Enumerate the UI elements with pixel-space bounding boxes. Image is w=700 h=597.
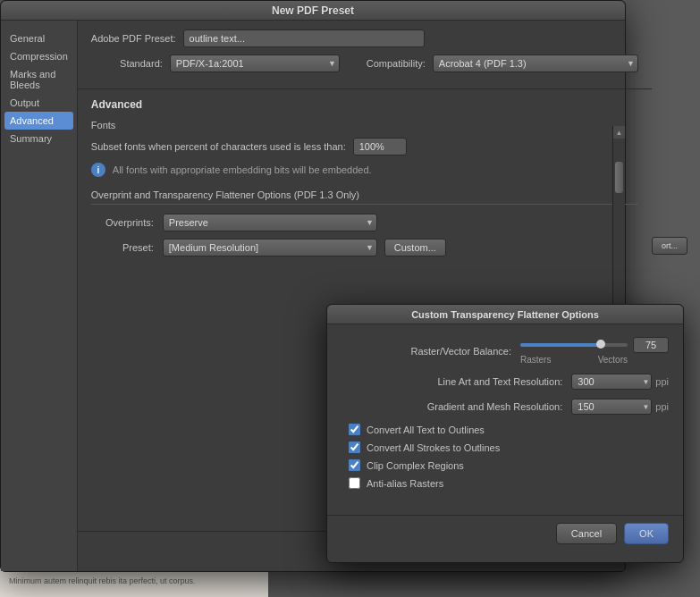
checkbox-convert-text-label: Convert All Text to Outlines [367, 425, 485, 435]
checkbox-clip-complex-input[interactable] [349, 459, 360, 471]
scrollbar-up-btn[interactable]: ▲ [613, 126, 625, 139]
checkbox-anti-alias: Anti-alias Rasters [349, 477, 669, 489]
top-fields: Adobe PDF Preset: Standard: PDF/X-1a:200… [78, 21, 652, 89]
sidebar-item-advanced[interactable]: Advanced [4, 112, 73, 130]
custom-dialog-titlebar: Custom Transparency Flattener Options [327, 305, 683, 324]
line-art-label: Line Art and Text Resolution: [342, 376, 562, 387]
custom-flattener-dialog: Custom Transparency Flattener Options Ra… [326, 304, 684, 563]
sidebar-item-compression[interactable]: Compression [1, 47, 77, 65]
slider-area: Rasters Vectors [520, 337, 669, 365]
preset-input[interactable] [183, 29, 425, 47]
standard-row: Standard: PDF/X-1a:2001 ▼ Compatibility:… [91, 55, 638, 72]
subset-input[interactable] [353, 138, 407, 156]
preset-label-2: Preset: [91, 242, 154, 253]
checkbox-clip-complex: Clip Complex Regions [349, 459, 669, 471]
raster-vector-label: Raster/Vector Balance: [342, 346, 511, 357]
preset-label: Adobe PDF Preset: [91, 33, 176, 44]
sidebar-item-general[interactable]: General [1, 29, 77, 47]
preset-row-2: Preset: [Medium Resolution] [High Resolu… [91, 239, 638, 256]
compatibility-select-wrap: Acrobat 4 (PDF 1.3) ▼ [433, 55, 638, 72]
custom-dialog-cancel[interactable]: Cancel [556, 523, 617, 544]
checkbox-clip-complex-label: Clip Complex Regions [367, 460, 464, 471]
overprints-select-wrap: Preserve Discard Simulate ▼ [163, 214, 377, 231]
overprint-section: Overprint and Transparency Flattener Opt… [91, 189, 638, 256]
standard-select[interactable]: PDF/X-1a:2001 [170, 55, 340, 72]
raster-vector-row: Raster/Vector Balance: Rasters Vectors [342, 337, 669, 365]
checkbox-convert-strokes: Convert All Strokes to Outlines [349, 441, 669, 453]
sidebar-item-summary[interactable]: Summary [1, 130, 77, 147]
embed-info-row: i All fonts with appropriate embedding b… [91, 163, 638, 177]
raster-vector-slider[interactable] [520, 343, 628, 347]
line-art-row: Line Art and Text Resolution: 300 600 12… [342, 374, 669, 390]
subset-row: Subset fonts when percent of characters … [91, 138, 638, 156]
gradient-unit: ppi [655, 401, 669, 412]
slider-track [520, 343, 601, 347]
checkbox-convert-text: Convert All Text to Outlines [349, 424, 669, 435]
overprint-title: Overprint and Transparency Flattener Opt… [91, 189, 638, 205]
checkbox-convert-text-input[interactable] [349, 424, 360, 435]
preset-select[interactable]: [Medium Resolution] [High Resolution] [L… [163, 239, 377, 256]
subset-label: Subset fonts when percent of characters … [91, 141, 346, 152]
custom-dialog-content: Raster/Vector Balance: Rasters Vectors L… [327, 324, 683, 508]
compatibility-label: Compatibility: [354, 58, 426, 69]
gradient-select[interactable]: 150 300 [571, 399, 652, 415]
sidebar-item-marks-bleeds[interactable]: Marks and Bleeds [1, 65, 77, 94]
gradient-row: Gradient and Mesh Resolution: 150 300 ▼ … [342, 399, 669, 415]
preset-select-wrap: [Medium Resolution] [High Resolution] [L… [163, 239, 377, 256]
overprints-row: Overprints: Preserve Discard Simulate ▼ [91, 214, 638, 231]
embed-info-text: All fonts with appropriate embedding bit… [113, 164, 372, 175]
sidebar: General Compression Marks and Bleeds Out… [1, 21, 78, 571]
vectors-label: Vectors [598, 355, 628, 365]
fonts-title: Fonts [91, 120, 638, 130]
line-art-unit: ppi [655, 376, 669, 387]
scrollbar-thumb[interactable] [615, 162, 623, 193]
title-bar: New PDF Preset [1, 1, 625, 21]
sidebar-item-output[interactable]: Output [1, 94, 77, 112]
slider-thumb[interactable] [596, 340, 605, 349]
overprints-select[interactable]: Preserve Discard Simulate [163, 214, 377, 231]
custom-button[interactable]: Custom... [384, 239, 446, 256]
custom-dialog-ok[interactable]: OK [624, 523, 669, 544]
custom-dialog-buttons: Cancel OK [327, 515, 683, 551]
compatibility-select[interactable]: Acrobat 4 (PDF 1.3) [433, 55, 638, 72]
standard-label: Standard: [91, 58, 163, 69]
export-button[interactable]: ort... [652, 237, 687, 255]
checkbox-convert-strokes-label: Convert All Strokes to Outlines [367, 442, 500, 453]
bg-text-5: Minimum autem relinquit rebis ita perfec… [0, 572, 268, 591]
custom-dialog-title: Custom Transparency Flattener Options [411, 309, 599, 320]
dialog-title: New PDF Preset [272, 4, 354, 17]
standard-select-wrap: PDF/X-1a:2001 ▼ [170, 55, 340, 72]
checkbox-anti-alias-input[interactable] [349, 477, 360, 489]
gradient-select-wrap: 150 300 ▼ [571, 399, 652, 415]
preset-row: Adobe PDF Preset: [91, 29, 638, 47]
advanced-title: Advanced [91, 98, 638, 111]
slider-value-input[interactable] [633, 337, 669, 353]
checkbox-anti-alias-label: Anti-alias Rasters [367, 478, 443, 489]
info-icon: i [91, 163, 105, 177]
checkbox-convert-strokes-input[interactable] [349, 441, 360, 453]
rasters-label: Rasters [520, 355, 551, 365]
gradient-label: Gradient and Mesh Resolution: [342, 401, 562, 412]
line-art-select-wrap: 300 600 1200 ▼ [571, 374, 652, 390]
line-art-select[interactable]: 300 600 1200 [571, 374, 652, 390]
overprints-label: Overprints: [91, 217, 154, 228]
